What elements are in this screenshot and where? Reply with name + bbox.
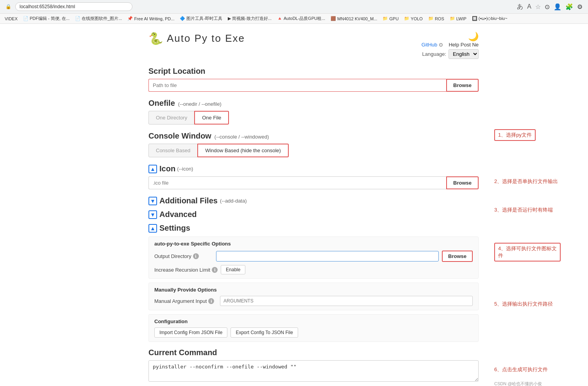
console-based-button[interactable]: Console Based (148, 144, 198, 157)
bookmark-lwip[interactable]: 📁 LWIP (447, 15, 469, 22)
output-dir-input[interactable]: C:\Users\OmniLiDAR\output (216, 251, 439, 261)
bookmark-image-tools[interactable]: 🔷 图片工具-即时工具 (177, 15, 225, 22)
onefile-title: Onefile (148, 99, 175, 107)
bookmark-ai-writing[interactable]: 📌 Free AI Writing, PD... (125, 15, 177, 22)
github-label[interactable]: GitHub (422, 42, 437, 48)
bookmark-autodl[interactable]: 🔺 AutoDL-品质GPU租... (275, 15, 327, 22)
manual-arg-info-icon: ℹ (208, 298, 214, 304)
script-path-input[interactable] (148, 79, 446, 92)
script-browse-button[interactable]: Browse (446, 79, 479, 92)
font-icon: A (527, 3, 531, 10)
browser-address-bar: 🔒 localhost:65258/index.html あ A ☆ ⊙ 👤 🧩… (0, 0, 588, 14)
annotation-note6: 6、点击生成可执行文件 (494, 366, 548, 373)
icon-path-input[interactable] (148, 176, 446, 189)
onefile-section: Onefile (--onedir / --onefile) One Direc… (148, 99, 479, 125)
current-command-title: Current Command (148, 348, 479, 357)
bookmark-pdf[interactable]: 📄 PDF编辑 - 简便, 在... (21, 15, 72, 22)
footer-credit: CSDN @哈也不懂的小俊 (494, 381, 584, 386)
settings-title: Settings (159, 224, 190, 233)
language-label: Language: (422, 51, 446, 57)
app-title: 🐍 Auto Py to Exe (148, 32, 245, 45)
one-file-button[interactable]: One File (194, 111, 229, 125)
manual-arg-row: Manual Argument Input ℹ (154, 296, 473, 306)
bookmark-yolo[interactable]: 📁 YOLO (402, 15, 425, 22)
annotation-note4: 4、选择可执行文件图标文 件 (494, 243, 561, 261)
recursion-info-icon: ℹ (212, 267, 218, 273)
additional-files-section: ▼ Additional Files (--add-data) (148, 196, 479, 205)
bookmarks-bar: VIDEX 📄 PDF编辑 - 简便, 在... 📄 在线抠图软件_图片... … (0, 14, 588, 24)
additional-files-subtitle: (--add-data) (220, 198, 247, 204)
settings-icon: ⚙ (577, 3, 583, 11)
console-window-section: Console Window (--console / --windowed) … (148, 132, 479, 157)
manually-provide-title: Manually Provide Options (154, 287, 473, 293)
app-title-text: Auto Py to Exe (167, 32, 245, 44)
chrome-icon: ⊙ (545, 3, 550, 11)
specific-options-subsection: auto-py-to-exe Specific Options Output D… (148, 237, 479, 279)
bookmark-videx[interactable]: VIDEX (2, 16, 20, 22)
command-textarea[interactable]: pyinstaller --noconfirm --onefile --wind… (148, 360, 479, 382)
star-icon: ☆ (535, 3, 541, 11)
header-right: 🌙 GitHub ⊙ Help Post Ne Language: Englis… (422, 32, 479, 59)
url-display: localhost:65258/index.html (15, 2, 132, 11)
output-dir-info-icon: ℹ (193, 253, 199, 259)
recursion-limit-row: Increase Recursion Limit ℹ Enable (154, 265, 473, 274)
recursion-enable-button[interactable]: Enable (221, 265, 245, 274)
help-post-label[interactable]: Help Post Ne (449, 42, 479, 48)
bookmark-gpu[interactable]: 📁 GPU (380, 15, 401, 22)
export-config-button[interactable]: Export Config To JSON File (231, 327, 298, 338)
annotation-note5: 5、选择输出执行文件路径 (494, 301, 553, 308)
bookmark-image-tool[interactable]: 📄 在线抠图软件_图片... (73, 15, 124, 22)
profile-icon: 👤 (554, 3, 561, 11)
onefile-subtitle: (--onedir / --onefile) (178, 101, 222, 107)
app-header: 🐍 Auto Py to Exe 🌙 GitHub ⊙ Help Post Ne… (148, 32, 479, 59)
one-directory-button[interactable]: One Directory (148, 111, 195, 125)
script-location-section: Script Location Browse (148, 67, 479, 92)
icon-section: ▲ Icon (--icon) Browse (148, 164, 479, 189)
output-dir-label: Output Directory (154, 253, 191, 259)
console-subtitle: (--console / --windowed) (214, 134, 269, 140)
icon-subtitle: (--icon) (177, 166, 193, 172)
extensions-icon: 🧩 (565, 3, 573, 11)
advanced-section: ▼ Advanced (148, 210, 479, 219)
configuration-subsection: Configuration Import Config From JSON Fi… (148, 314, 479, 342)
console-title: Console Window (148, 132, 211, 140)
annotation-note3: 3、选择是否运行时有终端 (494, 206, 553, 213)
import-config-button[interactable]: Import Config From JSON File (154, 327, 227, 338)
additional-files-collapse-button[interactable]: ▼ (148, 197, 157, 205)
additional-files-title: Additional Files (159, 196, 218, 205)
bookmark-biu[interactable]: 🔲 (•ω•)◇biu~biu~ (470, 15, 510, 22)
language-select[interactable]: English (449, 49, 479, 59)
icon-browse-button[interactable]: Browse (446, 176, 479, 189)
manual-arg-input[interactable] (220, 296, 473, 306)
config-title: Configuration (154, 318, 473, 324)
bookmark-mn4012[interactable]: 🟫 MN4012 KV400_M... (328, 15, 379, 22)
annotation-note2: 2、选择是否单执行文件输出 (494, 178, 558, 185)
settings-section: ▲ Settings auto-py-to-exe Specific Optio… (148, 224, 479, 342)
specific-options-title: auto-py-to-exe Specific Options (154, 241, 473, 247)
dark-mode-icon[interactable]: 🌙 (468, 32, 479, 41)
manual-arg-label: Manual Argument Input (154, 298, 207, 304)
settings-collapse-button[interactable]: ▲ (148, 224, 157, 233)
translate-icon: あ (517, 3, 523, 11)
window-based-button[interactable]: Window Based (hide the console) (197, 144, 289, 157)
github-icon: ⊙ (439, 42, 443, 48)
advanced-title: Advanced (159, 210, 197, 219)
bookmark-video[interactable]: ▶ 简视频-致力打造好... (225, 15, 274, 22)
output-dir-row: Output Directory ℹ C:\Users\OmniLiDAR\ou… (154, 251, 473, 262)
advanced-collapse-button[interactable]: ▼ (148, 210, 157, 219)
icon-title: Icon (159, 164, 175, 173)
output-browse-button[interactable]: Browse (442, 251, 473, 262)
icon-collapse-button[interactable]: ▲ (148, 165, 157, 173)
annotation-note1: 1、选择py文件 (494, 129, 536, 141)
bookmark-ros[interactable]: 📁 ROS (426, 15, 447, 22)
python-icon: 🐍 (148, 32, 163, 45)
manually-provide-subsection: Manually Provide Options Manual Argument… (148, 283, 479, 310)
current-command-section: Current Command pyinstaller --noconfirm … (148, 348, 479, 383)
security-icon: 🔒 (5, 4, 11, 9)
script-location-title: Script Location (148, 67, 479, 76)
recursion-limit-label: Increase Recursion Limit (154, 267, 210, 273)
